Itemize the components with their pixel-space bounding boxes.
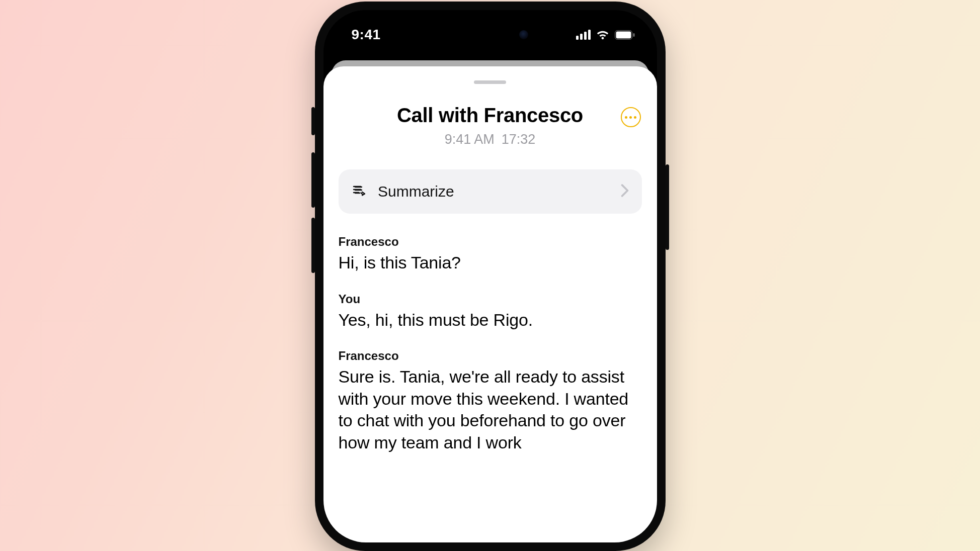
transcript: Francesco Hi, is this Tania? You Yes, hi… [323,235,657,453]
more-button[interactable] [621,107,641,127]
svg-rect-1 [616,31,631,38]
call-time: 9:41 AM [445,132,495,147]
summarize-button[interactable]: Summarize [339,169,642,214]
battery-icon [615,30,635,40]
transcript-turn: Francesco Sure is. Tania, we're all read… [339,349,642,453]
transcript-turn: Francesco Hi, is this Tania? [339,235,642,274]
cellular-icon [576,30,591,40]
power-button [666,164,669,250]
sheet-grabber[interactable] [474,80,506,84]
volume-down-button [311,218,315,273]
call-duration: 17:32 [502,132,536,147]
speaker-label: Francesco [339,235,642,249]
status-time: 9:41 [352,27,381,43]
phone-frame: 9:41 Call with Francesco 9:41 AM17:32 [315,2,666,551]
ellipsis-icon [625,116,627,119]
speaker-label: Francesco [339,349,642,363]
dynamic-island [441,21,539,48]
transcript-text: Sure is. Tania, we're all ready to assis… [339,366,642,453]
transcript-text: Yes, hi, this must be Rigo. [339,309,642,331]
transcript-sheet: Call with Francesco 9:41 AM17:32 [323,66,657,542]
volume-up-button [311,152,315,208]
summarize-label: Summarize [378,183,454,200]
screen: 9:41 Call with Francesco 9:41 AM17:32 [323,10,657,542]
wifi-icon [596,30,610,40]
chevron-right-icon [621,184,629,199]
svg-rect-2 [633,33,634,37]
transcript-text: Hi, is this Tania? [339,252,642,274]
summarize-icon [352,184,367,199]
side-button [311,107,315,135]
transcript-turn: You Yes, hi, this must be Rigo. [339,292,642,331]
front-camera [519,30,528,39]
page-subtitle: 9:41 AM17:32 [339,132,642,147]
page-title: Call with Francesco [339,104,642,127]
speaker-label: You [339,292,642,306]
